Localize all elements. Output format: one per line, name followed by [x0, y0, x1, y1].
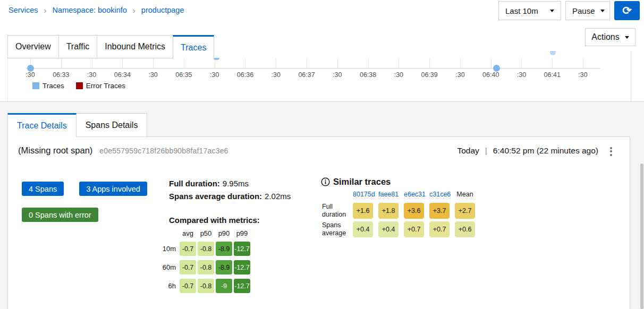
similar-traces-table: 80175dfaee81e6ec31c31ce6MeanFull duratio…: [322, 191, 475, 237]
breadcrumb-item-productpage[interactable]: productpage: [141, 6, 184, 14]
info-icon: [321, 177, 330, 186]
breadcrumb-item-services[interactable]: Services: [9, 6, 38, 14]
similar-cell: +0.7: [404, 221, 424, 237]
axis-tick: [61, 58, 62, 68]
legend-label: Traces: [43, 82, 64, 90]
breadcrumb-item-namespace-bookinfo[interactable]: Namespace: bookinfo: [53, 6, 127, 14]
spans-avg-value: 2.02ms: [265, 192, 291, 201]
axis-tick: [92, 58, 92, 68]
compared-with-metrics-label: Compared with metrics:: [169, 216, 260, 225]
matrix-cell: -0.7: [180, 260, 196, 274]
breadcrumb-separator: ›: [133, 6, 135, 14]
similar-cell: +0.4: [353, 221, 373, 237]
trace-point[interactable]: [27, 65, 34, 72]
tab-traffic[interactable]: Traffic: [58, 35, 98, 58]
vertical-scrollbar[interactable]: [640, 164, 643, 309]
trace-time: 6:40:52 pm (22 minutes ago): [493, 146, 598, 156]
trace-title: (Missing root span): [18, 145, 92, 156]
matrix-cell: -12.7: [234, 260, 250, 274]
matrix-cell: -12.7: [234, 242, 250, 256]
axis-tick: [491, 58, 492, 68]
span-chips: 4 Spans3 Apps involved0 Spans with error: [22, 182, 147, 234]
similar-cell: +1.8: [378, 203, 399, 219]
chevron-down-icon: [625, 36, 629, 39]
chip-4-spans: 4 Spans: [22, 182, 64, 196]
similar-row-label-spans-average: Spans average: [322, 221, 348, 237]
axis-tick: [122, 58, 123, 68]
axis-tick-label: :30: [77, 71, 107, 79]
axis-tick: [245, 58, 245, 68]
similar-trace-link-faee81[interactable]: faee81: [378, 191, 399, 200]
service-tabs: OverviewTrafficInbound MetricsTraces: [7, 35, 214, 58]
axis-tick-label: 06:40: [476, 71, 506, 79]
axis-tick: [552, 58, 553, 68]
legend-swatch: [32, 82, 39, 89]
tab-overview[interactable]: Overview: [7, 35, 59, 58]
similar-cell: +1.6: [353, 203, 373, 219]
matrix-cell: -12.7: [234, 279, 250, 293]
spans-avg-label: Spans average duration:: [169, 192, 262, 201]
axis-tick-label: :30: [323, 71, 352, 79]
similar-cell: +0.6: [455, 221, 475, 237]
similar-col-mean: Mean: [455, 191, 475, 200]
trace-subtabs: Trace DetailsSpans Details: [7, 113, 147, 137]
x-axis-line: [26, 68, 600, 68]
matrix-col-avg: avg: [180, 229, 196, 237]
matrix-col-p90: p90: [216, 229, 232, 237]
trace-id: e0e557959c718f26bb90b8faf17ac3e6: [99, 147, 228, 155]
date-time-separator: |: [485, 146, 487, 156]
subtab-spans-details[interactable]: Spans Details: [76, 113, 148, 137]
full-duration-value: 9.95ms: [223, 179, 249, 188]
axis-tick-label: :30: [568, 71, 598, 79]
axis-tick-label: 06:34: [107, 71, 137, 79]
chart-legend: TracesError Traces: [32, 82, 125, 90]
axis-tick: [307, 58, 307, 68]
axis-tick: [583, 58, 583, 68]
legend-item-error-traces[interactable]: Error Traces: [76, 82, 125, 90]
axis-tick-label: 06:39: [414, 71, 444, 79]
similar-trace-link-80175d[interactable]: 80175d: [353, 191, 373, 200]
breadcrumb-separator: ›: [44, 6, 47, 14]
full-duration-label: Full duration:: [169, 179, 220, 188]
axis-tick-label: 06:37: [292, 71, 321, 79]
matrix-cell: -0.8: [198, 242, 214, 256]
kebab-menu-icon[interactable]: [605, 144, 617, 158]
tab-traces[interactable]: Traces: [173, 35, 214, 58]
axis-tick-label: 06:33: [46, 71, 76, 79]
similar-cell: +0.7: [429, 221, 450, 237]
legend-item-traces[interactable]: Traces: [32, 82, 64, 90]
similar-trace-link-c31ce6[interactable]: c31ce6: [429, 191, 450, 200]
duration-select[interactable]: Last 10m: [498, 1, 561, 20]
matrix-row-label-10m: 10m: [156, 245, 178, 253]
trace-point-partial: [550, 51, 556, 55]
trace-point-partial: [214, 58, 219, 60]
similar-cell: +3.7: [429, 203, 450, 219]
refresh-button[interactable]: ⟳: [614, 1, 640, 20]
chip-3-apps-involved: 3 Apps involved: [79, 182, 147, 196]
actions-dropdown[interactable]: Actions: [585, 28, 635, 46]
similar-traces-heading: Similar traces: [333, 177, 391, 187]
chevron-down-icon: [600, 10, 605, 12]
similar-cell: +3.6: [404, 203, 424, 219]
trace-details-card: (Missing root span) e0e557959c718f26bb90…: [7, 136, 630, 309]
matrix-cell: -8.9: [216, 260, 232, 274]
axis-tick: [153, 58, 154, 68]
refresh-interval-select[interactable]: Pause: [565, 1, 610, 20]
breadcrumb: Services›Namespace: bookinfo›productpage: [9, 6, 184, 14]
axis-tick: [184, 58, 184, 68]
axis-tick-label: :30: [506, 71, 536, 79]
matrix-col-p50: p50: [198, 229, 214, 237]
subtab-trace-details[interactable]: Trace Details: [7, 113, 77, 137]
matrix-cell: -0.8: [198, 260, 214, 274]
axis-tick-label: 06:41: [537, 71, 567, 79]
similar-row-label-full-duration: Full duration: [322, 203, 348, 219]
similar-cell: +2.7: [455, 203, 475, 219]
legend-label: Error Traces: [86, 82, 125, 90]
axis-tick: [429, 58, 430, 68]
matrix-row-label-6h: 6h: [156, 282, 178, 290]
legend-swatch: [76, 82, 83, 89]
trace-point[interactable]: [493, 65, 500, 72]
tab-inbound-metrics[interactable]: Inbound Metrics: [97, 35, 173, 58]
similar-trace-link-e6ec31[interactable]: e6ec31: [404, 191, 424, 200]
durations-block: Full duration:9.95ms Spans average durat…: [169, 177, 291, 203]
